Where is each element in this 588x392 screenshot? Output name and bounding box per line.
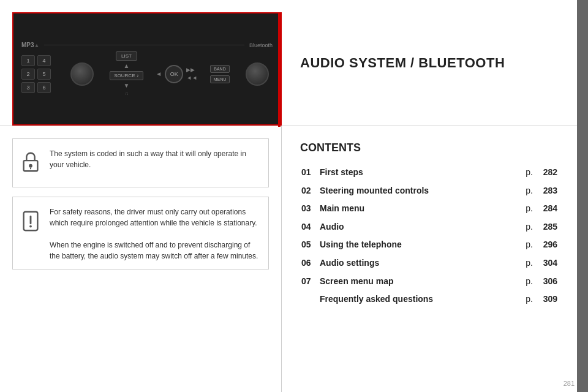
- right-buttons: BAND MENU: [210, 65, 230, 83]
- page-number: 281: [564, 380, 575, 387]
- exclaim-notice-text: For safety reasons, the driver must only…: [50, 206, 259, 262]
- table-row: 03Main menup.284: [300, 200, 559, 218]
- center-controls: LIST ▲ SOURCE ♪ ▼ ♫: [110, 51, 143, 96]
- band-button[interactable]: BAND: [210, 65, 230, 73]
- item-number: 05: [300, 236, 318, 254]
- page-label: p.: [522, 218, 534, 236]
- bluetooth-label: Bluetooth: [249, 42, 273, 48]
- display-bar: [44, 45, 244, 45]
- page-number: 282: [534, 164, 559, 182]
- page-number: 285: [534, 218, 559, 236]
- table-row: 07Screen menu mapp.306: [300, 273, 559, 291]
- table-row: 02Steering mounted controlsp.283: [300, 182, 559, 200]
- page-title: AUDIO SYSTEM / BLUETOOTH: [300, 55, 559, 71]
- source-button[interactable]: SOURCE ♪: [110, 71, 143, 80]
- btn-3[interactable]: 3: [21, 82, 35, 93]
- music-note: ♫: [124, 91, 128, 96]
- item-label: Audio: [318, 218, 522, 236]
- item-label: Steering mounted controls: [318, 182, 522, 200]
- page-label: p.: [522, 236, 534, 254]
- tuning-knob[interactable]: [246, 62, 269, 86]
- page-number: 296: [534, 236, 559, 254]
- item-number: [300, 290, 318, 309]
- table-row: 05Using the telephonep.296: [300, 236, 559, 254]
- exclaim-notice: For safety reasons, the driver must only…: [12, 197, 269, 270]
- table-row: 04Audiop.285: [300, 218, 559, 236]
- item-label: Screen menu map: [318, 273, 522, 291]
- item-label: Frequently asked questions: [318, 290, 522, 309]
- item-label: First steps: [318, 164, 522, 182]
- ok-area: ◄ OK ▶▶ ◄◄: [156, 65, 197, 83]
- btn-5[interactable]: 5: [37, 69, 51, 80]
- btn-4[interactable]: 4: [37, 55, 51, 66]
- radio-panel: MP3 ▲ Bluetooth 1 4 2 5 3 6: [13, 13, 281, 124]
- lock-notice: The system is coded in such a way that i…: [12, 138, 269, 187]
- svg-point-5: [29, 225, 32, 228]
- title-area: AUDIO SYSTEM / BLUETOOTH: [282, 0, 577, 126]
- down-arrow[interactable]: ▼: [124, 82, 130, 89]
- left-arrow[interactable]: ◄: [156, 70, 162, 77]
- btn-1[interactable]: 1: [21, 55, 35, 66]
- btn-6[interactable]: 6: [37, 82, 51, 93]
- page-label: p.: [522, 254, 534, 273]
- left-panel: The system is coded in such a way that i…: [0, 126, 282, 392]
- item-label: Main menu: [318, 200, 522, 218]
- list-button[interactable]: LIST: [116, 51, 137, 61]
- eject-icon: ▲: [34, 42, 40, 48]
- item-number: 01: [300, 164, 318, 182]
- skip-forward[interactable]: ▶▶: [186, 67, 197, 73]
- page-label: p.: [522, 164, 534, 182]
- page-number: 283: [534, 182, 559, 200]
- contents-title: CONTENTS: [300, 141, 559, 154]
- bottom-section: The system is coded in such a way that i…: [0, 126, 577, 392]
- page-number: 306: [534, 273, 559, 291]
- menu-button[interactable]: MENU: [210, 75, 230, 83]
- radio-image: MP3 ▲ Bluetooth 1 4 2 5 3 6: [12, 12, 282, 126]
- item-number: 03: [300, 200, 318, 218]
- page-number: 309: [534, 290, 559, 309]
- contents-table: 01First stepsp.28202Steering mounted con…: [300, 164, 559, 309]
- table-row: 01First stepsp.282: [300, 164, 559, 182]
- exclaim-icon: [19, 209, 42, 235]
- item-number: 07: [300, 273, 318, 291]
- number-buttons: 1 4 2 5 3 6: [21, 55, 51, 93]
- right-panel: CONTENTS 01First stepsp.28202Steering mo…: [282, 126, 577, 392]
- skip-back[interactable]: ◄◄: [186, 75, 197, 81]
- item-number: 06: [300, 254, 318, 273]
- up-arrow[interactable]: ▲: [124, 62, 130, 69]
- red-bar: [278, 13, 281, 127]
- svg-point-1: [29, 164, 32, 168]
- ok-button[interactable]: OK: [165, 65, 183, 83]
- page-label: p.: [522, 290, 534, 309]
- volume-knob[interactable]: [70, 62, 94, 86]
- item-number: 04: [300, 218, 318, 236]
- table-row: 06Audio settingsp.304: [300, 254, 559, 273]
- item-number: 02: [300, 182, 318, 200]
- lock-icon: [19, 150, 42, 176]
- right-sidebar: [577, 0, 588, 392]
- btn-2[interactable]: 2: [21, 69, 35, 80]
- mp3-label: MP3: [21, 42, 34, 48]
- page-number: 284: [534, 200, 559, 218]
- lock-notice-text: The system is coded in such a way that i…: [50, 148, 259, 170]
- page-label: p.: [522, 182, 534, 200]
- top-section: MP3 ▲ Bluetooth 1 4 2 5 3 6: [0, 0, 577, 126]
- page-label: p.: [522, 273, 534, 291]
- page-label: p.: [522, 200, 534, 218]
- page-number: 304: [534, 254, 559, 273]
- item-label: Audio settings: [318, 254, 522, 273]
- table-row: Frequently asked questionsp.309: [300, 290, 559, 309]
- item-label: Using the telephone: [318, 236, 522, 254]
